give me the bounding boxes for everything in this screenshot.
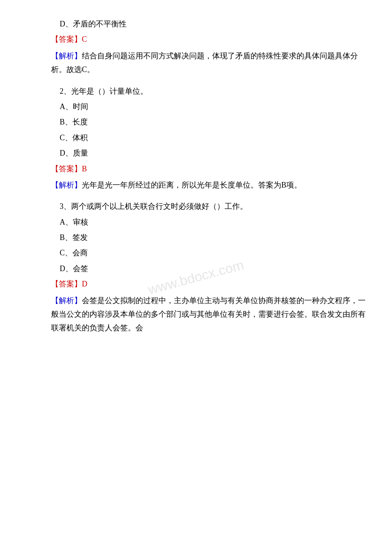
- q2-analysis-text: 光年是光一年所经过的距离，所以光年是长度单位。答案为B项。: [82, 181, 302, 189]
- question-3: 3、两个或两个以上机关联合行文时必须做好（）工作。: [60, 199, 366, 213]
- q1-option-d: D、矛盾的不平衡性: [60, 17, 366, 31]
- q2-answer: 【答案】B: [51, 162, 366, 176]
- q1-answer-value: C: [82, 35, 87, 43]
- q2-analysis-label: 【解析】: [51, 181, 82, 189]
- q3-analysis-block: 【解析】会签是公文拟制的过程中，主办单位主动与有关单位协商并核签的一种办文程序，…: [51, 294, 366, 335]
- q1-answer-label: 【答案】: [51, 35, 82, 43]
- q3-analysis-label: 【解析】: [51, 296, 82, 305]
- question-2: 2、光年是（）计量单位。: [60, 84, 366, 98]
- q3-analysis-text: 会签是公文拟制的过程中，主办单位主动与有关单位协商并核签的一种办文程序，一般当公…: [51, 296, 366, 332]
- q1-answer: 【答案】C: [51, 32, 366, 46]
- q3-answer-label: 【答案】: [51, 280, 82, 288]
- q1-analysis-block: 【解析】结合自身问题运用不同方式解决问题，体现了矛盾的特殊性要求的具体问题具体分…: [51, 49, 366, 77]
- q3-answer-value: D: [82, 280, 87, 288]
- q2-answer-value: B: [82, 165, 87, 173]
- q3-option-d: D、会签: [60, 262, 366, 275]
- q2-option-c: C、体积: [60, 131, 366, 145]
- q3-option-b: B、签发: [60, 231, 366, 244]
- q2-answer-label: 【答案】: [51, 165, 82, 173]
- q2-option-a: A、时间: [60, 100, 366, 113]
- q1-analysis-label: 【解析】: [51, 52, 82, 60]
- q2-option-b: B、长度: [60, 115, 366, 129]
- q3-option-a: A、审核: [60, 215, 366, 229]
- q2-option-d: D、质量: [60, 146, 366, 160]
- q3-option-c: C、会商: [60, 246, 366, 260]
- q3-answer: 【答案】D: [51, 277, 366, 291]
- q2-analysis-block: 【解析】光年是光一年所经过的距离，所以光年是长度单位。答案为B项。: [51, 178, 366, 192]
- q1-analysis-text: 结合自身问题运用不同方式解决问题，体现了矛盾的特殊性要求的具体问题具体分析。故选…: [51, 52, 358, 74]
